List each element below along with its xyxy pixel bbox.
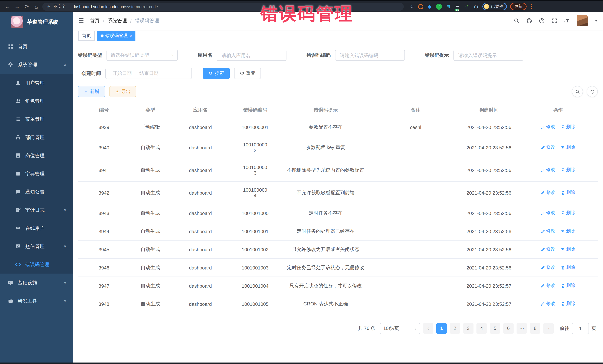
extension-list-icon[interactable]: ☰on bbox=[454, 3, 461, 10]
search-button[interactable]: 搜索 bbox=[203, 68, 230, 79]
refresh-table-button[interactable] bbox=[587, 86, 598, 97]
hamburger-icon[interactable]: ☰ bbox=[78, 17, 84, 25]
page-button-1[interactable]: 1 bbox=[436, 323, 447, 334]
close-icon[interactable]: × bbox=[129, 33, 132, 38]
online-user-icon bbox=[15, 225, 21, 231]
breadcrumb-item[interactable]: 系统管理 bbox=[108, 17, 127, 24]
delete-button[interactable]: 删除 bbox=[560, 283, 575, 289]
delete-button[interactable]: 删除 bbox=[560, 228, 575, 234]
export-button[interactable]: 导出 bbox=[109, 86, 136, 97]
extensions-puzzle-icon[interactable]: ⬡ bbox=[473, 3, 479, 10]
edit-button[interactable]: 修改 bbox=[541, 265, 555, 271]
reset-button[interactable]: 重置 bbox=[234, 68, 261, 79]
font-size-icon[interactable]: tT bbox=[564, 18, 570, 24]
refresh-icon bbox=[240, 71, 244, 76]
page-buttons: 123456···8 bbox=[436, 323, 540, 334]
browser-home-icon[interactable]: ⌂ bbox=[33, 3, 40, 10]
app-name-input-box bbox=[217, 50, 287, 61]
header-search-icon[interactable] bbox=[514, 18, 520, 24]
sidebar-item-角色管理[interactable]: 角色管理 bbox=[0, 92, 73, 110]
sidebar-item-系统管理[interactable]: 系统管理∧ bbox=[0, 55, 73, 74]
cell-actions: 修改删除 bbox=[518, 136, 598, 159]
filter-row-2: 创建时间 开始日期 - 结束日期 搜索 重置 bbox=[78, 68, 599, 79]
help-icon[interactable] bbox=[539, 18, 545, 24]
tab-错误码管理[interactable]: 错误码管理× bbox=[97, 31, 136, 41]
bookmark-star-icon[interactable]: ☆ bbox=[409, 3, 415, 10]
prev-page-button[interactable]: ‹ bbox=[423, 323, 433, 334]
error-hint-input[interactable] bbox=[458, 52, 519, 58]
delete-button[interactable]: 删除 bbox=[560, 124, 575, 130]
sidebar-item-审计日志[interactable]: 审计日志∨ bbox=[0, 201, 73, 219]
browser-menu-icon[interactable]: ••• bbox=[531, 4, 532, 9]
page-size-select[interactable]: 10条/页 ∨ bbox=[380, 323, 420, 334]
browser-forward-icon[interactable]: → bbox=[13, 3, 21, 10]
cell-id: 3939 bbox=[78, 118, 130, 136]
sidebar-item-短信管理[interactable]: 短信管理∨ bbox=[0, 237, 73, 255]
sidebar-item-错误码管理[interactable]: 错误码管理 bbox=[0, 255, 73, 274]
sidebar-item-通知公告[interactable]: 通知公告 bbox=[0, 183, 73, 201]
edit-button[interactable]: 修改 bbox=[541, 246, 555, 253]
delete-button[interactable]: 删除 bbox=[560, 301, 575, 307]
edit-button[interactable]: 修改 bbox=[541, 124, 555, 130]
fullscreen-icon[interactable] bbox=[551, 18, 557, 24]
sidebar-item-基础设施[interactable]: 基础设施∨ bbox=[0, 274, 73, 292]
delete-button[interactable]: 删除 bbox=[560, 246, 575, 253]
sidebar-logo[interactable]: 芋道管理系统 bbox=[0, 12, 73, 32]
cell-app: dashboard bbox=[171, 118, 230, 136]
goto-page-input[interactable] bbox=[572, 323, 589, 334]
page-button-6[interactable]: 6 bbox=[503, 323, 514, 334]
sidebar-item-菜单管理[interactable]: 菜单管理 bbox=[0, 110, 73, 128]
page-button-3[interactable]: 3 bbox=[463, 323, 474, 334]
delete-button[interactable]: 删除 bbox=[560, 210, 575, 216]
sidebar-item-部门管理[interactable]: 部门管理 bbox=[0, 128, 73, 146]
browser-profile-button[interactable]: 已暂停 bbox=[482, 3, 507, 10]
extension-gem-icon[interactable]: ◆ bbox=[427, 3, 433, 10]
edit-button[interactable]: 修改 bbox=[541, 210, 555, 216]
delete-button[interactable]: 删除 bbox=[560, 265, 575, 271]
table-row: 3940自动生成dashboard100100000 2参数配置 key 重复2… bbox=[78, 136, 598, 159]
add-button[interactable]: ＋ 新增 bbox=[78, 86, 105, 97]
edit-button[interactable]: 修改 bbox=[541, 190, 555, 196]
page-button-4[interactable]: 4 bbox=[476, 323, 487, 334]
breadcrumb-item[interactable]: 首页 bbox=[90, 17, 100, 24]
cell-app: dashboard bbox=[171, 295, 230, 313]
browser-back-icon[interactable]: ← bbox=[4, 3, 11, 10]
github-icon[interactable] bbox=[526, 18, 532, 24]
delete-button[interactable]: 删除 bbox=[560, 144, 575, 151]
delete-button[interactable]: 删除 bbox=[560, 190, 575, 196]
error-code-input[interactable] bbox=[339, 52, 401, 58]
page-button-5[interactable]: 5 bbox=[490, 323, 500, 334]
edit-button[interactable]: 修改 bbox=[541, 167, 555, 173]
app-name-input[interactable] bbox=[221, 52, 282, 58]
sidebar-item-在线用户[interactable]: 在线用户 bbox=[0, 219, 73, 237]
tab-首页[interactable]: 首页 bbox=[78, 31, 95, 41]
user-avatar[interactable] bbox=[577, 15, 588, 26]
edit-button[interactable]: 修改 bbox=[541, 301, 555, 307]
next-page-button[interactable]: › bbox=[543, 323, 554, 334]
date-start-placeholder: 开始日期 bbox=[112, 70, 132, 77]
extension-grid-icon[interactable]: ⊞ bbox=[445, 3, 451, 10]
error-type-select[interactable]: 请选择错误码类型 ∨ bbox=[106, 50, 178, 61]
browser-reload-icon[interactable]: ⟳ bbox=[23, 3, 30, 10]
extension-check-icon[interactable]: ✓ bbox=[436, 3, 442, 10]
edit-button[interactable]: 修改 bbox=[541, 144, 555, 151]
avatar-caret-icon[interactable]: ▼ bbox=[594, 19, 598, 22]
date-range-picker[interactable]: 开始日期 - 结束日期 bbox=[105, 68, 192, 79]
page-button-2[interactable]: 2 bbox=[450, 323, 460, 334]
sidebar-item-岗位管理[interactable]: 岗位管理 bbox=[0, 146, 73, 165]
delete-button[interactable]: 删除 bbox=[560, 167, 575, 173]
main-area: ☰ 首页/系统管理/错误码管理 tT ▼ 首页错误码管理× 错误码类型 bbox=[73, 12, 603, 363]
page-button-8[interactable]: 8 bbox=[530, 323, 540, 334]
cell-created: 2021-04-20 23:52:56 bbox=[460, 136, 518, 159]
page-ellipsis[interactable]: ··· bbox=[517, 323, 527, 334]
browser-update-button[interactable]: 更新 bbox=[510, 3, 527, 10]
edit-button[interactable]: 修改 bbox=[541, 228, 555, 234]
edit-button[interactable]: 修改 bbox=[541, 283, 555, 289]
sidebar-item-字典管理[interactable]: 字典管理 bbox=[0, 165, 73, 183]
sidebar-item-首页[interactable]: 首页 bbox=[0, 37, 73, 55]
extension-orange-icon[interactable] bbox=[418, 4, 423, 9]
sidebar-item-用户管理[interactable]: 用户管理 bbox=[0, 74, 73, 92]
extension-key-icon[interactable]: ⚲ bbox=[464, 3, 470, 10]
toggle-search-button[interactable] bbox=[572, 86, 583, 97]
sidebar-item-研发工具[interactable]: 研发工具∨ bbox=[0, 292, 73, 310]
